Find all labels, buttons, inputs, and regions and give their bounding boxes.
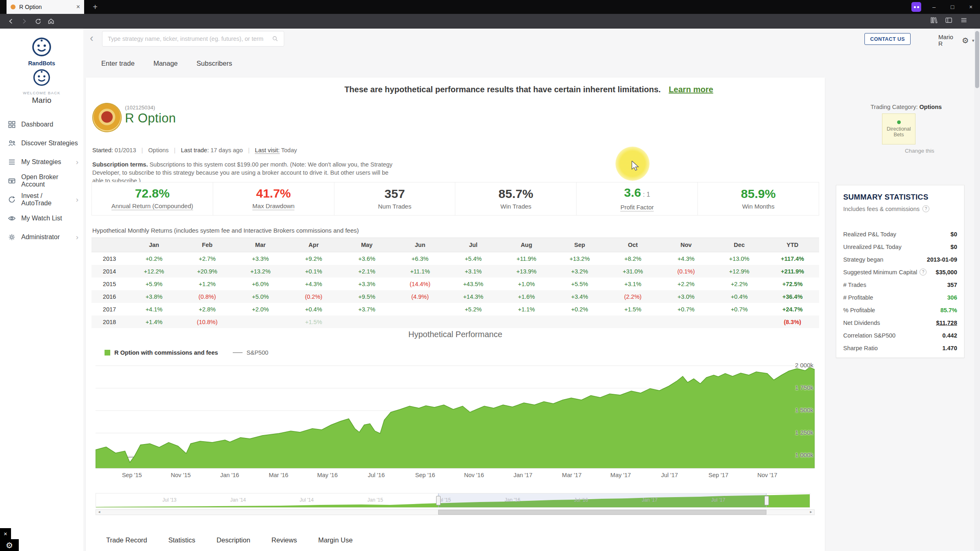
summary-rows: Realized P&L Today$0Unrealized P&L Today… xyxy=(843,228,957,354)
table-row-2015: 2015+5.9%+1.2%+6.0%+4.3%+3.3%(14.4%)+43.… xyxy=(91,278,819,290)
strategy-search-input[interactable]: Type strategy name, ticker, instrument (… xyxy=(102,31,284,47)
sidebar-item-administrator[interactable]: Administrator› xyxy=(0,228,83,247)
return-cell: +2.0% xyxy=(234,303,287,315)
close-button[interactable]: × xyxy=(962,0,980,14)
info-icon[interactable]: ? xyxy=(920,269,927,276)
column-header: Jun xyxy=(393,238,446,252)
subscription-terms: Subscription terms. Subscriptions to thi… xyxy=(92,160,395,185)
browser-scrollbar-thumb[interactable] xyxy=(975,31,979,88)
legend-main-series[interactable]: R Option with commissions and fees xyxy=(114,349,218,356)
gear-icon[interactable]: ⚙ xyxy=(962,36,969,45)
forward-button[interactable] xyxy=(19,16,29,26)
return-cell xyxy=(713,315,766,328)
last-visit-label[interactable]: Last visit: xyxy=(255,147,279,154)
return-cell: +11.9% xyxy=(500,252,553,265)
sidebar-item-open-broker-account[interactable]: Open Broker Account xyxy=(0,171,83,190)
summary-value[interactable]: $11,728 xyxy=(936,320,957,326)
scroll-right-icon[interactable]: ► xyxy=(808,510,814,515)
change-category-link[interactable]: Change this xyxy=(905,148,934,154)
y-axis-label: 1 000k xyxy=(795,451,813,458)
chart-title: Hypothetical Performance xyxy=(86,330,825,339)
sidebar-item-my-strategies[interactable]: My Strategies› xyxy=(0,153,83,171)
tab-margin-use[interactable]: Margin Use xyxy=(318,536,352,548)
trading-category-value: Options xyxy=(920,104,942,110)
back-chevron-icon[interactable]: ‹ xyxy=(90,32,94,44)
extension-icon[interactable] xyxy=(911,2,921,12)
table-row-2017: 2017+4.1%+2.8%+2.0%+0.4%+3.7%+5.2%+1.1%+… xyxy=(91,303,819,315)
library-icon[interactable] xyxy=(930,16,938,24)
new-tab-button[interactable]: + xyxy=(90,2,100,12)
tab-enter-trade[interactable]: Enter trade xyxy=(101,60,135,67)
home-button[interactable] xyxy=(46,16,56,26)
sidebar-item-discover-strategies[interactable]: Discover Strategies xyxy=(0,134,83,153)
summary-row-strategy-began: Strategy began2013-01-09 xyxy=(843,253,957,266)
tab-manage[interactable]: Manage xyxy=(154,60,178,67)
chart-scrollbar[interactable]: ◄ ► xyxy=(96,509,815,515)
last-trade-label: Last trade: xyxy=(181,147,209,153)
stat-num-trades: 357Num Trades xyxy=(334,182,455,215)
contact-us-button[interactable]: CONTACT US xyxy=(864,33,911,45)
column-header: Dec xyxy=(713,238,766,252)
menu-icon[interactable] xyxy=(960,16,968,24)
user-name: Mario R xyxy=(938,34,958,47)
chart-navigator[interactable]: Jul '13Jan '14Jul '14Jan '15Jul '15Jan '… xyxy=(96,493,810,508)
stat-label[interactable]: Profit Factor xyxy=(620,204,654,211)
overlay-close-icon[interactable]: × xyxy=(0,528,11,539)
brand-logo[interactable]: RandBots xyxy=(0,36,83,67)
sidebar-item-dashboard[interactable]: Dashboard xyxy=(0,115,83,134)
stat-label[interactable]: Max Drawdown xyxy=(252,202,294,210)
sidebar-item-my-watch-list[interactable]: My Watch List xyxy=(0,209,83,228)
stat-label: Win Months xyxy=(742,203,774,210)
browser-tab[interactable]: R Option × xyxy=(7,0,84,14)
sidebar-item-invest-autotrade[interactable]: Invest / AutoTrade› xyxy=(0,190,83,209)
reload-button[interactable] xyxy=(33,16,43,26)
legend-line-icon xyxy=(233,352,243,353)
return-cell: +0.4% xyxy=(287,303,340,315)
ytd-cell: +117.4% xyxy=(766,252,819,265)
sidebar-toggle-icon[interactable] xyxy=(945,16,953,24)
summary-value: $0 xyxy=(951,244,957,250)
tab-statistics[interactable]: Statistics xyxy=(168,536,195,548)
trading-category-box[interactable]: Directional Bets xyxy=(882,113,915,144)
browser-scrollbar[interactable] xyxy=(974,29,980,551)
legend-benchmark[interactable]: S&P500 xyxy=(247,349,268,356)
window-controls: – □ × xyxy=(925,0,980,14)
tab-description[interactable]: Description xyxy=(216,536,250,548)
help-icon[interactable]: ? xyxy=(922,205,929,212)
navigator-label: Jul '13 xyxy=(163,497,176,503)
sidebar-item-label: My Strategies xyxy=(21,158,61,166)
navigator-right-handle[interactable] xyxy=(764,496,769,505)
tab-trade-record[interactable]: Trade Record xyxy=(106,536,147,548)
minimize-button[interactable]: – xyxy=(925,0,943,14)
return-cell: +0.1% xyxy=(287,265,340,278)
ytd-cell: +211.9% xyxy=(766,265,819,278)
summary-row-trades: # Trades357 xyxy=(843,278,957,291)
return-cell xyxy=(393,303,446,315)
summary-row-realized-p-l-today: Realized P&L Today$0 xyxy=(843,228,957,240)
tab-close-icon[interactable]: × xyxy=(76,4,80,10)
return-cell: +9.5% xyxy=(340,290,393,303)
column-header: Jan xyxy=(127,238,180,252)
scroll-left-icon[interactable]: ◄ xyxy=(96,510,102,515)
detail-tabs: Trade RecordStatisticsDescriptionReviews… xyxy=(106,536,353,548)
navigator-left-handle[interactable] xyxy=(436,496,441,505)
stat-label[interactable]: Annual Return (Compounded) xyxy=(111,202,193,210)
user-menu[interactable]: Mario R ⚙ ▾ xyxy=(938,34,974,47)
summary-row-correlation-s-p500: Correlation S&P5000.442 xyxy=(843,329,957,342)
return-cell: +5.0% xyxy=(234,290,287,303)
overlay-gear-icon[interactable]: ⚙ xyxy=(0,539,19,551)
learn-more-link[interactable]: Learn more xyxy=(669,85,713,94)
year-cell: 2017 xyxy=(91,303,127,315)
tab-subscribers[interactable]: Subscribers xyxy=(196,60,232,67)
tab-reviews[interactable]: Reviews xyxy=(272,536,297,548)
summary-value: 306 xyxy=(947,294,957,301)
maximize-button[interactable]: □ xyxy=(943,0,962,14)
stat-value: 3.6 : 1 xyxy=(624,187,650,201)
x-axis-label: Nov '15 xyxy=(171,472,191,478)
scrollbar-thumb[interactable] xyxy=(438,510,766,515)
back-button[interactable] xyxy=(6,16,16,26)
column-header: Feb xyxy=(180,238,234,252)
navigator-selection[interactable] xyxy=(438,493,766,507)
return-cell: +3.3% xyxy=(234,252,287,265)
return-cell: +3.4% xyxy=(553,290,606,303)
